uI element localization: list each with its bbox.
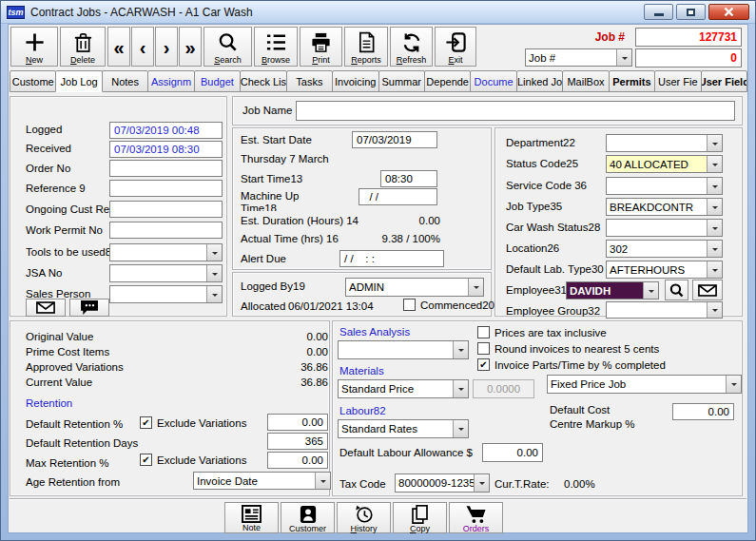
ongoing-cust-field[interactable] <box>109 201 223 218</box>
employee-search-button[interactable] <box>665 280 688 300</box>
default-lab-type-dropdown[interactable]: AFTERHOURS <box>606 261 723 279</box>
retention-days-field[interactable]: 365 <box>267 433 328 450</box>
dropdown-button[interactable] <box>707 135 722 151</box>
tools-dropdown[interactable] <box>109 243 223 261</box>
tab-documents[interactable]: Docume <box>470 70 516 92</box>
title-bar[interactable]: tsm Contract Jobs - ACARWASH - A1 Car Wa… <box>1 1 755 24</box>
refresh-button[interactable]: Refresh <box>390 27 433 67</box>
dropdown-button[interactable] <box>315 473 330 489</box>
invoice-percent-checkbox[interactable]: ✔ Invoice Parts/Time by % completed <box>477 358 666 371</box>
dropdown-button[interactable] <box>453 341 468 358</box>
tax-code-dropdown[interactable]: 80000009-1235 <box>395 473 490 493</box>
tab-tasks[interactable]: Tasks <box>286 70 333 92</box>
car-wash-status-dropdown[interactable] <box>606 219 723 237</box>
tab-customer[interactable]: Custome <box>10 70 56 92</box>
reports-button[interactable]: Reports <box>344 27 388 67</box>
tab-job-log[interactable]: Job Log <box>55 70 102 92</box>
labour-dropdown[interactable]: Standard Rates <box>338 419 469 438</box>
close-button[interactable] <box>708 4 749 20</box>
orders-button[interactable]: Orders <box>449 502 503 533</box>
maximize-button[interactable] <box>676 4 706 20</box>
job-number-field[interactable]: 127731 <box>635 28 742 47</box>
note-button[interactable]: Note <box>224 502 279 533</box>
tab-permits[interactable]: Permits <box>609 70 655 92</box>
labour-allowance-field[interactable]: 0.00 <box>482 443 543 462</box>
machine-up-time-field[interactable]: / / <box>359 188 437 205</box>
start-time-field[interactable]: 08:30 <box>380 170 437 187</box>
est-start-date-field[interactable]: 07/03/2019 <box>352 131 437 148</box>
cost-centre-markup-field[interactable]: 0.00 <box>672 403 734 420</box>
copy-button[interactable]: Copy <box>393 502 447 533</box>
tax-inclusive-checkbox[interactable]: Prices are tax inclusive <box>477 326 607 338</box>
sales-analysis-dropdown[interactable] <box>338 340 469 359</box>
dropdown-button[interactable] <box>707 199 722 215</box>
service-code-dropdown[interactable] <box>606 177 723 195</box>
dropdown-button[interactable] <box>206 286 222 302</box>
order-no-field[interactable] <box>109 160 223 177</box>
job-name-field[interactable] <box>296 101 735 121</box>
tab-check-list[interactable]: Check Lis <box>240 70 286 92</box>
next-record-button[interactable]: › <box>155 27 178 67</box>
job-secondary-field[interactable]: 0 <box>635 48 742 68</box>
tab-mailbox[interactable]: MailBox <box>562 70 609 92</box>
sales-person-dropdown[interactable] <box>109 285 223 303</box>
tab-notes[interactable]: Notes <box>102 70 148 92</box>
round-invoices-checkbox[interactable]: Round invoices to nearest 5 cents <box>477 342 659 355</box>
tab-summary[interactable]: Summar <box>378 70 425 92</box>
dropdown-button[interactable] <box>453 380 468 397</box>
location-dropdown[interactable]: 302 <box>606 240 723 258</box>
dropdown-button[interactable] <box>707 178 722 194</box>
exclude-variations-checkbox-2[interactable]: ✔ Exclude Variations <box>140 454 246 466</box>
dropdown-button[interactable] <box>707 220 722 236</box>
customer-button[interactable]: Customer <box>281 502 335 533</box>
employee-group-dropdown[interactable] <box>606 301 723 319</box>
dropdown-button[interactable] <box>474 474 489 492</box>
reference-field[interactable] <box>109 180 223 197</box>
search-button[interactable]: Search <box>204 27 252 67</box>
tab-linked-jobs[interactable]: Linked Jo <box>516 70 563 92</box>
exit-button[interactable]: Exit <box>435 27 476 67</box>
tab-budget[interactable]: Budget <box>194 70 241 92</box>
dropdown-button[interactable] <box>206 265 222 281</box>
commenced-checkbox[interactable]: Commenced20 <box>403 299 494 311</box>
tab-user-fields-2[interactable]: User Field <box>701 70 747 92</box>
employee-email-button[interactable] <box>692 280 723 300</box>
received-field[interactable]: 07/03/2019 08:30 <box>109 141 223 158</box>
default-retention-field[interactable]: 0.00 <box>267 414 328 431</box>
minimize-button[interactable] <box>644 4 673 20</box>
email-button[interactable] <box>26 299 66 317</box>
tab-dependencies[interactable]: Depende <box>424 70 471 92</box>
status-code-dropdown[interactable]: 40 ALLOCATED <box>606 155 723 173</box>
price-type-dropdown[interactable]: Fixed Price Job <box>547 375 742 394</box>
dropdown-button[interactable] <box>707 261 722 278</box>
previous-record-button[interactable]: ‹ <box>131 27 154 67</box>
age-retention-dropdown[interactable]: Invoice Date <box>193 472 331 490</box>
logged-by-dropdown[interactable]: ADMIN <box>345 278 484 297</box>
dropdown-button[interactable] <box>616 49 631 66</box>
dropdown-button[interactable] <box>468 279 483 296</box>
alert-due-field[interactable]: / / : : <box>339 250 444 267</box>
employee-dropdown[interactable]: DAVIDH <box>566 281 659 299</box>
materials-dropdown[interactable]: Standard Price <box>338 379 469 398</box>
dropdown-button[interactable] <box>453 420 468 437</box>
tab-assignment[interactable]: Assignm <box>147 70 194 92</box>
print-button[interactable]: Print <box>300 27 342 67</box>
dropdown-button[interactable] <box>707 156 722 172</box>
dropdown-button[interactable] <box>726 376 741 393</box>
history-button[interactable]: History <box>337 502 391 533</box>
dropdown-button[interactable] <box>707 302 722 318</box>
first-record-button[interactable]: « <box>107 27 130 67</box>
delete-button[interactable]: Delete <box>60 27 106 67</box>
browse-button[interactable]: Browse <box>254 27 298 67</box>
message-button[interactable] <box>69 299 109 317</box>
exclude-variations-checkbox-1[interactable]: ✔ Exclude Variations <box>140 416 246 429</box>
department-dropdown[interactable] <box>606 134 723 152</box>
job-type-dropdown[interactable]: BREAKDCONTR <box>606 198 723 216</box>
dropdown-button[interactable] <box>643 282 658 299</box>
new-button[interactable]: New <box>10 27 58 67</box>
jsa-no-dropdown[interactable] <box>109 264 223 282</box>
job-search-selector[interactable]: Job # <box>525 48 632 67</box>
logged-field[interactable]: 07/03/2019 00:48 <box>109 122 223 139</box>
dropdown-button[interactable] <box>707 241 722 257</box>
work-permit-field[interactable] <box>109 222 223 239</box>
